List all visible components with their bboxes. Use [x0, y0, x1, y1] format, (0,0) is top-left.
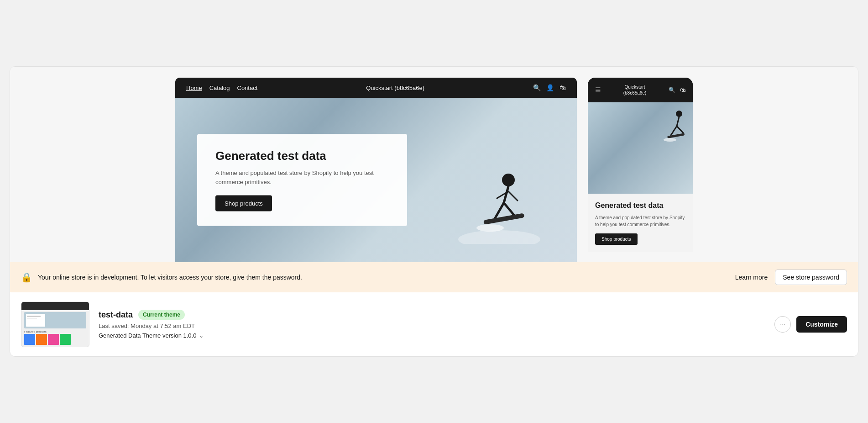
mobile-hero-subtitle: A theme and populated test store by Shop…: [595, 214, 685, 228]
preview-area: Home Catalog Contact Quickstart (b8c65a6…: [10, 67, 858, 262]
desktop-nav-icons: 🔍 👤 🛍: [533, 84, 566, 91]
hero-subtitle: A theme and populated test store by Shop…: [215, 169, 389, 186]
svg-line-3: [495, 203, 504, 219]
svg-rect-5: [483, 213, 524, 224]
customize-button[interactable]: Customize: [796, 316, 847, 333]
desktop-hero-content: Generated test data A theme and populate…: [197, 134, 407, 226]
theme-version: Generated Data Theme version 1.0.0: [99, 332, 196, 339]
thumb-content-box: [26, 314, 45, 327]
theme-thumbnail: Featured products: [21, 301, 89, 347]
desktop-nav-home[interactable]: Home: [186, 85, 202, 91]
svg-point-0: [458, 230, 540, 244]
thumb-body: Featured products: [21, 310, 89, 347]
search-icon[interactable]: 🔍: [533, 84, 541, 91]
dev-banner-actions: Learn more See store password: [735, 270, 847, 285]
svg-line-6: [508, 191, 518, 201]
mobile-mockup: ☰ Quickstart (b8c65a6e) 🔍 🛍: [588, 78, 693, 252]
mobile-store-title: Quickstart (b8c65a6e): [623, 84, 647, 96]
user-icon[interactable]: 👤: [546, 84, 554, 91]
mobile-search-icon[interactable]: 🔍: [669, 87, 675, 93]
desktop-mockup: Home Catalog Contact Quickstart (b8c65a6…: [175, 78, 577, 262]
svg-rect-13: [667, 133, 685, 138]
theme-last-saved: Last saved: Monday at 7:52 am EDT: [99, 323, 765, 329]
thumb-product-2: [36, 334, 47, 345]
shop-products-button[interactable]: Shop products: [215, 196, 272, 212]
svg-line-4: [504, 203, 515, 217]
svg-line-10: [677, 117, 679, 126]
current-theme-badge: Current theme: [138, 310, 185, 320]
theme-actions: ··· Customize: [774, 316, 847, 333]
theme-section: Featured products test-data Current them…: [10, 292, 858, 356]
mobile-shop-products-button[interactable]: Shop products: [595, 233, 638, 245]
thumb-products-row: [24, 334, 86, 345]
thumb-product-1: [24, 334, 35, 345]
desktop-nav-links: Home Catalog Contact: [186, 85, 257, 91]
chevron-down-icon[interactable]: ⌄: [199, 333, 204, 339]
thumb-featured-label: Featured products: [24, 330, 86, 333]
lock-icon: 🔒: [21, 272, 32, 283]
mobile-nav-icons: 🔍 🛍: [669, 87, 685, 93]
svg-point-8: [476, 224, 504, 232]
desktop-nav-catalog[interactable]: Catalog: [209, 85, 230, 91]
mobile-skier-illustration: [661, 107, 688, 148]
thumb-nav-bar: [21, 302, 89, 310]
thumb-product-3: [48, 334, 59, 345]
svg-point-1: [502, 174, 515, 186]
desktop-hero: Generated test data A theme and populate…: [175, 98, 577, 262]
thumb-hero-area: [24, 312, 86, 328]
svg-line-2: [504, 186, 508, 203]
dev-banner: 🔒 Your online store is in development. T…: [10, 262, 858, 292]
desktop-store-title: Quickstart (b8c65a6e): [267, 85, 524, 91]
thumb-product-4: [60, 334, 71, 345]
svg-line-12: [677, 126, 684, 133]
desktop-nav: Home Catalog Contact Quickstart (b8c65a6…: [175, 78, 577, 98]
theme-name-row: test-data Current theme: [99, 310, 765, 320]
cart-icon[interactable]: 🛍: [559, 84, 566, 91]
more-options-button[interactable]: ···: [774, 316, 791, 333]
learn-more-link[interactable]: Learn more: [735, 274, 768, 281]
hero-title: Generated test data: [215, 149, 389, 163]
theme-version-row: Generated Data Theme version 1.0.0 ⌄: [99, 332, 765, 339]
mobile-hero-title: Generated test data: [595, 201, 685, 211]
desktop-nav-contact[interactable]: Contact: [237, 85, 258, 91]
mobile-cart-icon[interactable]: 🛍: [680, 87, 685, 93]
theme-info: test-data Current theme Last saved: Mond…: [99, 310, 765, 339]
mobile-hero-content: Generated test data A theme and populate…: [588, 194, 693, 252]
main-card: Home Catalog Contact Quickstart (b8c65a6…: [10, 66, 858, 357]
mobile-nav: ☰ Quickstart (b8c65a6e) 🔍 🛍: [588, 78, 693, 102]
see-store-password-button[interactable]: See store password: [775, 270, 847, 285]
mobile-hero-image: [588, 102, 693, 194]
theme-name: test-data: [99, 310, 133, 320]
dev-banner-message: Your online store is in development. To …: [38, 274, 730, 281]
svg-point-9: [676, 111, 682, 117]
hamburger-icon[interactable]: ☰: [595, 86, 601, 94]
svg-line-11: [671, 126, 677, 135]
svg-point-14: [664, 138, 676, 142]
desktop-skier-illustration: [458, 153, 540, 244]
